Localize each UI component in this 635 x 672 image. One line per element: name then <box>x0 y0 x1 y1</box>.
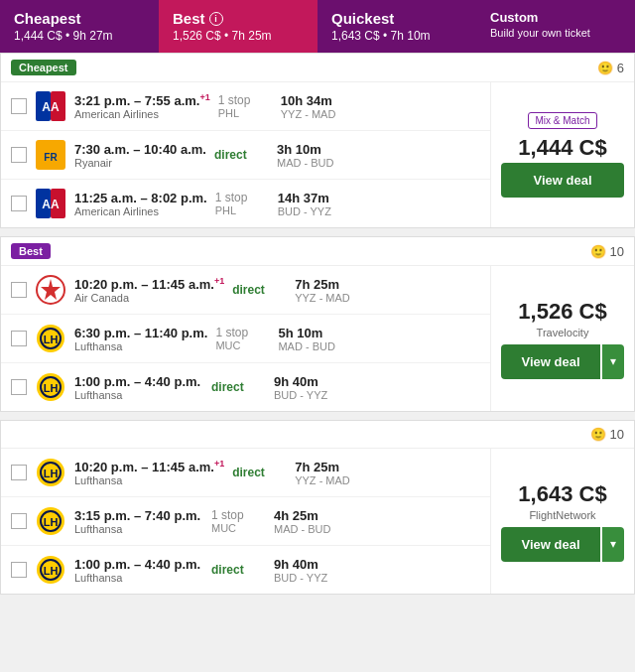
flight-duration: 4h 25m <box>274 508 343 523</box>
view-deal-dropdown[interactable]: ▾ <box>602 527 624 562</box>
flight-time: 11:25 a.m. – 8:02 p.m. <box>74 191 207 205</box>
flight-time-block: 6:30 p.m. – 11:40 p.m. Lufthansa <box>74 326 207 352</box>
flight-checkbox[interactable] <box>11 379 27 395</box>
section-body: AA 3:21 p.m. – 7:55 a.m.+1 American Airl… <box>1 82 634 227</box>
airline-logo-aa: AA <box>35 90 66 122</box>
flight-sections: Cheapest 🙂 6 AA 3:21 p.m. – 7:55 a.m.+1 … <box>0 53 635 595</box>
right-panel: Mix & Match 1,444 C$ View deal <box>490 82 634 227</box>
flight-row: LH 1:00 p.m. – 4:40 p.m. Lufthansa direc… <box>1 363 490 411</box>
flight-checkbox[interactable] <box>11 562 27 578</box>
flight-row: AA 11:25 a.m. – 8:02 p.m. American Airli… <box>1 180 490 227</box>
flight-stop-code: MUC <box>211 522 266 534</box>
flight-section-best-section: Best 🙂 10 10:20 p.m. – 11:45 a.m.+1 Air … <box>0 236 635 412</box>
next-day-badge: +1 <box>214 276 224 286</box>
flight-stop-type: direct <box>232 466 287 479</box>
flight-duration-block: 3h 10m MAD - BUD <box>277 142 346 169</box>
flight-checkbox[interactable] <box>11 147 27 163</box>
flight-stop-block: direct <box>211 380 266 394</box>
tab-label: Quickest <box>331 10 394 27</box>
flight-checkbox[interactable] <box>11 465 27 480</box>
tab-label: Cheapest <box>14 10 81 27</box>
provider-name: FlightNetwork <box>529 509 595 521</box>
flight-duration-block: 7h 25m YYZ - MAD <box>295 277 364 304</box>
flight-time: 3:15 p.m. – 7:40 p.m. <box>74 508 203 523</box>
tab-best[interactable]: Best i 1,526 C$ • 7h 25m <box>159 0 318 53</box>
section-badge: Best <box>11 243 51 259</box>
right-panel: 1,643 C$ FlightNetwork View deal ▾ <box>490 449 634 594</box>
flight-stop-type: 1 stop <box>215 326 270 339</box>
flight-time: 10:20 p.m. – 11:45 a.m.+1 <box>74 276 224 292</box>
flight-route: BUD - YYZ <box>274 389 343 401</box>
flight-stop-code: PHL <box>215 204 270 216</box>
flight-stop-block: 1 stop MUC <box>215 326 270 351</box>
flight-time-block: 10:20 p.m. – 11:45 a.m.+1 Air Canada <box>74 276 224 304</box>
tab-label: Best <box>173 10 205 27</box>
svg-text:LH: LH <box>44 565 59 577</box>
mix-match-badge: Mix & Match <box>528 112 596 129</box>
flight-duration-block: 4h 25m MAD - BUD <box>274 508 343 535</box>
svg-text:AA: AA <box>42 198 60 211</box>
flight-duration-block: 9h 40m BUD - YYZ <box>274 557 343 584</box>
flight-stop-block: 1 stop PHL <box>215 191 270 216</box>
flight-stop-block: direct <box>214 148 269 162</box>
flight-time: 3:21 p.m. – 7:55 a.m.+1 <box>74 92 210 108</box>
smiley-count: 🙂 10 <box>590 427 624 442</box>
flight-stop-type: direct <box>214 148 269 162</box>
flight-time: 7:30 a.m. – 10:40 a.m. <box>74 142 206 157</box>
flight-row: 10:20 p.m. – 11:45 a.m.+1 Air Canada dir… <box>1 266 490 315</box>
smiley-number: 10 <box>610 244 624 259</box>
flight-checkbox[interactable] <box>11 196 27 211</box>
section-header: Best 🙂 10 <box>1 237 634 266</box>
flight-checkbox[interactable] <box>11 513 27 529</box>
flight-duration: 10h 34m <box>281 93 350 108</box>
view-deal-row: View deal ▾ <box>501 527 624 562</box>
flight-airline: Lufthansa <box>74 340 207 352</box>
flight-checkbox[interactable] <box>11 98 27 114</box>
tab-quickest[interactable]: Quickest 1,643 C$ • 7h 10m <box>318 0 476 53</box>
airline-logo-ryanair: FR <box>35 139 66 171</box>
tab-cheapest[interactable]: Cheapest 1,444 C$ • 9h 27m <box>0 0 159 53</box>
tabs-header: Cheapest 1,444 C$ • 9h 27m Best i 1,526 … <box>0 0 635 53</box>
tab-custom[interactable]: Custom Build your own ticket <box>476 0 635 53</box>
provider-name: Travelocity <box>537 327 589 338</box>
flight-duration-block: 7h 25m YYZ - MAD <box>295 460 364 486</box>
smiley-count: 🙂 10 <box>590 244 624 259</box>
flight-checkbox[interactable] <box>11 331 27 346</box>
flight-stop-block: direct <box>232 466 287 479</box>
smiley-number: 10 <box>610 427 624 442</box>
flight-duration: 3h 10m <box>277 142 346 157</box>
flight-duration-block: 5h 10m MAD - BUD <box>278 326 347 352</box>
flight-section-cheapest-section: Cheapest 🙂 6 AA 3:21 p.m. – 7:55 a.m.+1 … <box>0 53 635 228</box>
flight-route: YYZ - MAD <box>295 474 364 486</box>
flight-stop-block: 1 stop PHL <box>218 93 273 119</box>
flight-route: YYZ - MAD <box>281 108 350 120</box>
svg-text:LH: LH <box>44 516 59 528</box>
flight-row: LH 6:30 p.m. – 11:40 p.m. Lufthansa 1 st… <box>1 315 490 363</box>
view-deal-button[interactable]: View deal <box>501 527 600 562</box>
smiley-number: 6 <box>617 61 624 75</box>
airline-logo-lufthansa: LH <box>35 554 66 586</box>
view-deal-button[interactable]: View deal <box>501 163 624 198</box>
flight-checkbox[interactable] <box>11 282 27 298</box>
flight-row: LH 10:20 p.m. – 11:45 a.m.+1 Lufthansa d… <box>1 449 490 497</box>
flight-duration: 9h 40m <box>274 557 343 572</box>
flight-route: YYZ - MAD <box>295 292 364 304</box>
svg-text:LH: LH <box>44 334 59 345</box>
svg-text:AA: AA <box>42 100 60 114</box>
flights-list: LH 10:20 p.m. – 11:45 a.m.+1 Lufthansa d… <box>1 449 490 594</box>
flight-row: FR 7:30 a.m. – 10:40 a.m. Ryanair direct… <box>1 131 490 180</box>
info-icon: i <box>209 12 223 26</box>
flight-airline: American Airlines <box>74 205 207 217</box>
price: 1,444 C$ <box>518 135 606 161</box>
view-deal-dropdown[interactable]: ▾ <box>602 344 624 379</box>
flight-duration: 5h 10m <box>278 326 347 340</box>
flight-route: MAD - BUD <box>274 523 343 535</box>
flight-route: BUD - YYZ <box>278 205 347 217</box>
flight-row: LH 3:15 p.m. – 7:40 p.m. Lufthansa 1 sto… <box>1 497 490 546</box>
flight-duration-block: 10h 34m YYZ - MAD <box>281 93 350 120</box>
airline-logo-lufthansa: LH <box>35 457 66 488</box>
flight-stop-type: 1 stop <box>215 191 270 204</box>
smiley-icon: 🙂 <box>590 244 606 259</box>
price: 1,643 C$ <box>518 481 606 507</box>
view-deal-button[interactable]: View deal <box>501 344 600 379</box>
